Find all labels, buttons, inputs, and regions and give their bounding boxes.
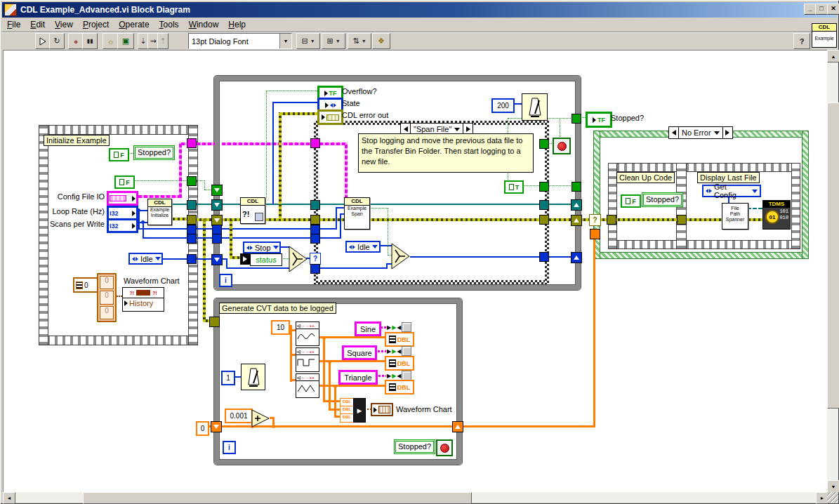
clean-up-code-label[interactable]: Clean Up Code xyxy=(616,172,675,183)
loop-rate-label[interactable]: Loop Rate (Hz) xyxy=(46,207,105,215)
highlight-execution-button[interactable]: ☼ xyxy=(103,33,119,49)
state-label[interactable]: State xyxy=(342,99,360,107)
shift-register-left[interactable] xyxy=(211,199,223,211)
scroll-down-button[interactable]: ▼ xyxy=(827,480,839,493)
wire-cluster[interactable] xyxy=(222,142,313,145)
generate-loop-label[interactable]: Generate CVT data to be logged xyxy=(219,303,336,314)
chevron-down-icon[interactable]: ▼ xyxy=(279,34,291,48)
wire-enum[interactable] xyxy=(272,102,317,103)
wire-double[interactable] xyxy=(323,338,325,402)
wire-error[interactable] xyxy=(230,256,241,259)
tunnel-error[interactable] xyxy=(677,215,687,225)
menu-view[interactable]: View xyxy=(50,18,78,31)
wire-reference[interactable] xyxy=(222,204,573,205)
case-prev-icon[interactable] xyxy=(669,127,678,138)
wire-boolean[interactable] xyxy=(266,91,267,198)
abort-button[interactable]: ● xyxy=(68,33,84,49)
cdl-error-out-terminal[interactable] xyxy=(317,110,343,125)
wire-boolean[interactable] xyxy=(388,208,388,256)
sine-wave-generator-vi[interactable]: ◁↔→++ xyxy=(296,321,319,346)
tunnel-enum[interactable] xyxy=(539,252,549,262)
wire-i32[interactable] xyxy=(222,237,312,239)
tunnel-i32[interactable] xyxy=(187,234,197,244)
vertical-scrollbar-thumb[interactable] xyxy=(827,102,839,409)
case-selector-value[interactable]: No Error xyxy=(682,128,711,137)
tunnel-boolean[interactable] xyxy=(539,182,549,192)
dbl-tag-terminal[interactable]: DBL xyxy=(385,332,414,347)
case-dropdown-icon[interactable] xyxy=(454,128,460,131)
wire-enum[interactable] xyxy=(272,102,274,204)
scroll-up-button[interactable]: ▲ xyxy=(827,50,839,62)
idle-enum-constant[interactable]: Idle xyxy=(345,241,381,253)
wire-cluster[interactable] xyxy=(197,142,215,145)
array-constant[interactable]: 0 0 0 xyxy=(97,273,117,322)
case-dropdown-icon[interactable] xyxy=(714,131,720,135)
wire-enum[interactable] xyxy=(410,256,539,258)
horizontal-scrollbar-thumb[interactable] xyxy=(83,492,472,504)
maximize-button[interactable]: □ xyxy=(815,4,828,15)
overflow-label[interactable]: Overflow? xyxy=(342,87,377,95)
iteration-terminal[interactable]: i xyxy=(223,441,236,454)
wire-array[interactable] xyxy=(117,296,122,297)
select-function[interactable] xyxy=(289,246,308,272)
wire-double[interactable] xyxy=(318,336,385,338)
bundle-node[interactable]: ▶ xyxy=(353,398,366,423)
get-config-enum-constant[interactable]: Get Config xyxy=(702,185,761,197)
tunnel-boolean[interactable] xyxy=(187,176,197,186)
wire-boolean[interactable] xyxy=(204,180,205,190)
tunnel-boolean[interactable] xyxy=(572,182,581,192)
array-element[interactable]: 0 xyxy=(100,276,114,289)
tunnel-cluster[interactable] xyxy=(310,138,320,148)
wire-i32[interactable] xyxy=(138,210,140,230)
tunnel-enum[interactable] xyxy=(187,254,197,264)
run-button[interactable] xyxy=(35,33,51,49)
select-function[interactable] xyxy=(391,243,411,270)
scans-per-write-label[interactable]: Scans per Write xyxy=(42,220,105,228)
wire-error[interactable] xyxy=(170,218,189,220)
cvt-write-tag-icons[interactable]: ▶ ▶ ◀ xyxy=(387,322,411,332)
shift-register-left[interactable] xyxy=(211,254,223,265)
unbundle-status-node[interactable]: status xyxy=(250,253,282,266)
menu-edit[interactable]: Edit xyxy=(25,18,50,31)
wire-boolean[interactable] xyxy=(369,208,388,208)
span-case-border-bottom[interactable] xyxy=(314,280,549,284)
triangle-wave-generator-vi[interactable]: ◁↔→++ xyxy=(296,373,319,398)
cdl-example-initialize-subvi[interactable]: CDL Example Initialize xyxy=(147,199,172,225)
run-continuous-button[interactable]: ↻ xyxy=(49,33,65,49)
square-wave-generator-vi[interactable]: ◁↔→++ xyxy=(296,347,319,372)
waveform-chart-terminal[interactable] xyxy=(371,403,393,416)
stopped-local-variable[interactable]: Stopped? xyxy=(394,439,435,454)
cdl-error-out-label[interactable]: CDL error out xyxy=(342,111,388,119)
sine-tag-constant[interactable]: Sine xyxy=(355,321,381,336)
case-next-icon[interactable] xyxy=(723,127,732,138)
square-tag-constant[interactable]: Square xyxy=(342,345,377,360)
menu-help[interactable]: Help xyxy=(223,18,251,31)
wire-enum[interactable] xyxy=(279,246,289,248)
array-element[interactable]: 0 xyxy=(100,291,114,304)
amplitude-constant[interactable]: 10 xyxy=(271,320,290,335)
triangle-tag-constant[interactable]: Triangle xyxy=(338,370,378,385)
wire-reference[interactable] xyxy=(747,208,762,209)
wire-i32[interactable] xyxy=(197,237,213,239)
tunnel-i32[interactable] xyxy=(212,234,222,244)
increment-constant[interactable]: 0.001 xyxy=(225,409,253,423)
wire-double[interactable] xyxy=(462,425,595,427)
tunnel-boolean[interactable] xyxy=(572,114,581,124)
tunnel-error[interactable] xyxy=(539,215,549,225)
no-error-case-border-right[interactable] xyxy=(802,131,809,259)
wire-cluster[interactable] xyxy=(319,142,348,145)
cvt-write-tag-icons[interactable]: ▶ ▶ ◀ xyxy=(387,346,411,356)
menu-window[interactable]: Window xyxy=(184,18,224,31)
menu-project[interactable]: Project xyxy=(78,18,114,31)
config-file-io-label[interactable]: Config File IO xyxy=(48,192,105,201)
stopped-local-variable[interactable]: Stopped? xyxy=(133,145,175,160)
wire-error[interactable] xyxy=(687,218,723,221)
font-selector[interactable]: 13pt Dialog Font ▼ xyxy=(188,33,292,49)
wire-i32[interactable] xyxy=(143,237,189,239)
tunnel-double[interactable] xyxy=(590,229,600,239)
wire-cluster[interactable] xyxy=(179,142,182,198)
wire-boolean[interactable] xyxy=(581,117,586,118)
idle-enum-constant[interactable]: Idle xyxy=(128,253,163,265)
config-file-io-terminal[interactable] xyxy=(107,191,138,206)
wire-reference[interactable] xyxy=(170,204,189,205)
